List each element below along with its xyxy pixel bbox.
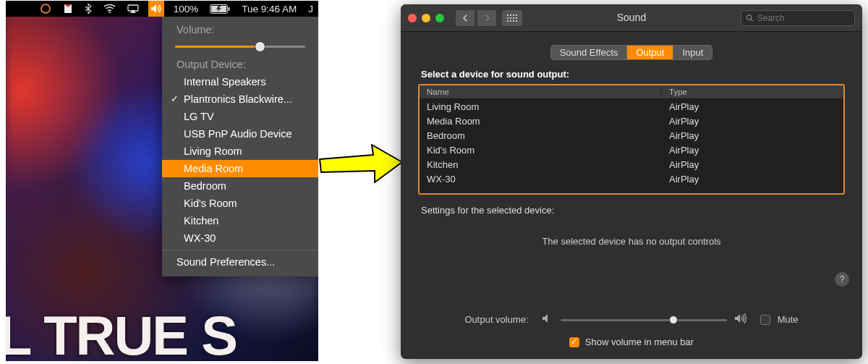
show-all-button[interactable] xyxy=(502,10,522,26)
column-type[interactable]: Type xyxy=(662,85,843,98)
forward-button[interactable] xyxy=(477,10,496,26)
device-name-cell: Bedroom xyxy=(420,130,662,142)
svg-marker-12 xyxy=(542,314,548,323)
volume-dropdown: Volume: Output Device: Internal Speakers… xyxy=(162,17,318,276)
table-row[interactable]: Media RoomAirPlay xyxy=(420,114,843,128)
device-name-cell: Kitchen xyxy=(420,158,662,171)
table-body: Living RoomAirPlayMedia RoomAirPlayBedro… xyxy=(420,99,843,186)
bluetooth-icon[interactable] xyxy=(82,1,94,17)
column-name[interactable]: Name xyxy=(420,85,662,98)
table-header: Name Type xyxy=(420,85,843,99)
show-volume-row: ✓ Show volume in menu bar xyxy=(401,337,862,347)
table-row[interactable]: Kid's RoomAirPlay xyxy=(420,143,843,157)
output-device-list: Internal SpeakersPlantronics Blackwire..… xyxy=(162,73,318,250)
mute-label: Mute xyxy=(778,314,799,325)
svg-marker-13 xyxy=(735,314,740,323)
device-type-cell: AirPlay xyxy=(662,144,843,156)
search-field[interactable] xyxy=(741,10,855,26)
table-row[interactable]: Living RoomAirPlay xyxy=(420,99,843,114)
table-row[interactable]: KitchenAirPlay xyxy=(420,157,843,172)
svg-point-10 xyxy=(746,14,751,19)
back-button[interactable] xyxy=(456,10,475,26)
tab-input[interactable]: Input xyxy=(673,46,712,59)
tab-output[interactable]: Output xyxy=(627,46,673,59)
user-menu-fragment[interactable]: J xyxy=(306,1,315,17)
device-name-cell: Kid's Room xyxy=(420,144,662,156)
output-device-item[interactable]: USB PnP Audio Device xyxy=(162,125,318,143)
device-name-cell: Living Room xyxy=(420,101,662,113)
device-name-cell: WX-30 xyxy=(420,173,662,185)
tab-sound-effects[interactable]: Sound Effects xyxy=(551,46,628,59)
annotation-arrow xyxy=(317,142,404,185)
output-device-item[interactable]: WX-30 xyxy=(162,229,318,250)
title-bar: Sound xyxy=(401,4,862,32)
battery-icon[interactable] xyxy=(208,1,232,17)
menu-bar: 100% Tue 9:46 AM J xyxy=(6,1,318,17)
help-button[interactable]: ? xyxy=(835,272,849,287)
output-device-item[interactable]: Kitchen xyxy=(162,212,318,229)
select-device-label: Select a device for sound output: xyxy=(401,69,862,84)
svg-rect-8 xyxy=(229,7,230,11)
speaker-high-icon xyxy=(734,313,749,326)
output-device-label: Output Device: xyxy=(162,57,318,73)
svg-point-3 xyxy=(109,12,110,13)
device-table: Name Type Living RoomAirPlayMedia RoomAi… xyxy=(418,84,845,195)
speaker-low-icon xyxy=(542,313,553,326)
minimize-window-button[interactable] xyxy=(422,14,430,22)
device-type-cell: AirPlay xyxy=(662,158,843,171)
clock[interactable]: Tue 9:46 AM xyxy=(239,1,299,17)
device-name-cell: Media Room xyxy=(420,115,662,127)
volume-slider[interactable] xyxy=(175,41,305,51)
sound-preferences-item[interactable]: Sound Preferences... xyxy=(162,253,318,271)
battery-percent[interactable]: 100% xyxy=(171,1,201,17)
show-volume-checkbox[interactable]: ✓ xyxy=(569,337,579,347)
output-device-item[interactable]: LG TV xyxy=(162,108,318,125)
zoom-window-button[interactable] xyxy=(435,14,444,22)
wallpaper-big-text: L TRUE S xyxy=(6,304,237,361)
device-type-cell: AirPlay xyxy=(662,115,843,127)
svg-point-0 xyxy=(41,4,50,13)
wifi-icon[interactable] xyxy=(101,1,118,17)
output-device-item[interactable]: Bedroom xyxy=(162,177,318,195)
table-row[interactable]: BedroomAirPlay xyxy=(420,128,843,143)
airplay-icon[interactable] xyxy=(125,1,141,17)
table-row[interactable]: WX-30AirPlay xyxy=(420,172,843,186)
output-device-item[interactable]: Media Room xyxy=(162,160,318,177)
output-volume-label: Output volume: xyxy=(464,314,528,325)
device-type-cell: AirPlay xyxy=(662,130,843,142)
sound-preferences-window: Sound Sound EffectsOutputInput Select a … xyxy=(401,4,862,359)
close-window-button[interactable] xyxy=(408,14,417,22)
output-volume-slider[interactable] xyxy=(561,314,727,326)
volume-icon[interactable] xyxy=(148,1,164,17)
show-volume-label: Show volume in menu bar xyxy=(585,337,694,347)
svg-marker-6 xyxy=(151,4,156,13)
output-volume-row: Output volume: Mute xyxy=(401,313,862,326)
output-device-item[interactable]: Kid's Room xyxy=(162,195,318,212)
device-type-cell: AirPlay xyxy=(662,101,843,113)
output-device-item[interactable]: Internal Speakers xyxy=(162,73,318,90)
menu-extra-icon[interactable] xyxy=(61,1,75,17)
device-type-cell: AirPlay xyxy=(662,173,843,185)
no-controls-message: The selected device has no output contro… xyxy=(401,220,862,263)
creative-cloud-icon[interactable] xyxy=(38,1,54,17)
svg-line-11 xyxy=(751,19,753,21)
mute-checkbox[interactable] xyxy=(760,315,770,325)
desktop-screenshot: L TRUE S 100% Tue 9:46 AM J Volume: xyxy=(6,1,318,361)
search-input[interactable] xyxy=(757,13,850,23)
settings-label: Settings for the selected device: xyxy=(401,195,862,220)
output-device-item[interactable]: Plantronics Blackwire... xyxy=(162,90,318,108)
volume-label: Volume: xyxy=(162,22,318,38)
tab-bar: Sound EffectsOutputInput xyxy=(401,45,862,60)
search-icon xyxy=(746,14,754,22)
output-device-item[interactable]: Living Room xyxy=(162,143,318,160)
